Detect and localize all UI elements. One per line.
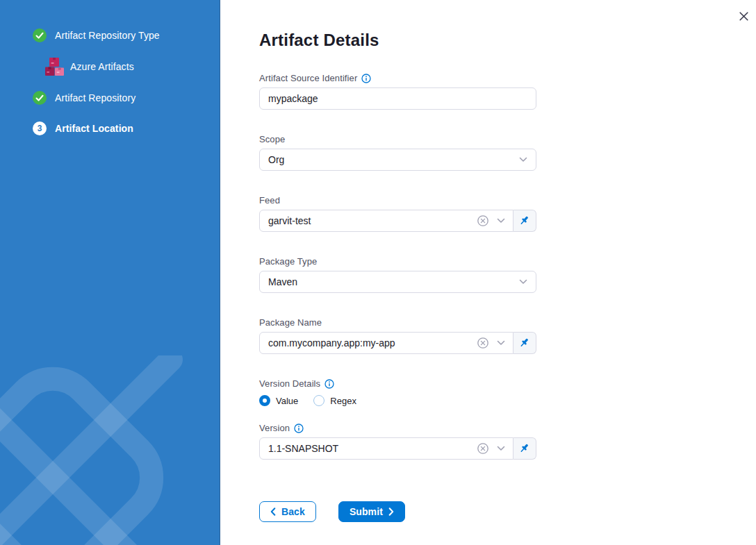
package-name-input[interactable] [260, 333, 513, 353]
field-label: Package Name [259, 317, 322, 328]
artifact-source-identifier-input[interactable] [259, 87, 536, 110]
step-azure-artifacts[interactable]: Azure Artifacts [44, 56, 220, 77]
radio-selected-icon [259, 395, 270, 406]
chevron-down-icon[interactable] [497, 446, 505, 451]
package-name-pin-button[interactable] [513, 332, 536, 354]
chevron-right-icon [388, 508, 394, 516]
clear-icon[interactable] [477, 337, 489, 349]
step-label: Artifact Location [55, 123, 133, 134]
field-label: Package Type [259, 256, 317, 267]
pushpin-icon [519, 337, 530, 349]
field-label: Feed [259, 195, 280, 206]
submit-button[interactable]: Submit [338, 501, 405, 522]
close-icon [739, 11, 749, 22]
info-icon[interactable] [324, 379, 334, 389]
radio-option-value[interactable]: Value [259, 395, 298, 406]
step-label: Artifact Repository Type [55, 30, 160, 41]
version-combobox[interactable] [259, 437, 513, 460]
wizard-step-list: Artifact Repository Type [0, 0, 220, 135]
back-button-label: Back [281, 506, 305, 517]
artifact-details-form: Artifact Source Identifier Scope [259, 73, 536, 522]
info-icon[interactable] [361, 74, 371, 83]
chevron-down-icon[interactable] [497, 218, 505, 224]
radio-unselected-icon [313, 395, 324, 406]
field-artifact-source-identifier: Artifact Source Identifier [259, 73, 536, 110]
chevron-down-icon[interactable] [497, 340, 505, 346]
package-name-combobox[interactable] [259, 332, 513, 354]
version-input[interactable] [260, 438, 513, 459]
page-title: Artifact Details [259, 31, 756, 50]
field-package-type: Package Type [259, 256, 536, 293]
info-icon[interactable] [294, 424, 304, 433]
step-number-badge: 3 [33, 121, 47, 135]
artifact-details-panel: Artifact Details Artifact Source Identif… [220, 0, 756, 545]
pushpin-icon [519, 443, 530, 454]
scope-select[interactable] [259, 149, 536, 171]
back-button[interactable]: Back [259, 501, 316, 522]
clear-icon[interactable] [477, 215, 489, 227]
chevron-left-icon [270, 508, 276, 516]
step-artifact-repository[interactable]: Artifact Repository [33, 91, 220, 105]
close-button[interactable] [734, 6, 753, 26]
submit-button-label: Submit [350, 506, 383, 517]
field-label: Scope [259, 134, 285, 144]
package-type-select-value[interactable] [259, 271, 536, 293]
azure-artifacts-icon [44, 56, 65, 77]
scope-select-value[interactable] [259, 149, 536, 171]
artifact-wizard-modal: Artifact Repository Type [0, 0, 756, 545]
field-feed: Feed [259, 195, 536, 232]
feed-pin-button[interactable] [513, 210, 536, 232]
step-artifact-repository-type[interactable]: Artifact Repository Type [33, 28, 220, 42]
step-label: Artifact Repository [55, 92, 135, 103]
version-pin-button[interactable] [513, 437, 536, 460]
feed-combobox[interactable] [259, 210, 513, 232]
field-label: Version Details [259, 378, 320, 389]
check-icon [33, 91, 47, 105]
field-package-name: Package Name [259, 317, 536, 354]
step-label: Azure Artifacts [70, 61, 134, 72]
pushpin-icon [519, 215, 530, 226]
step-artifact-location[interactable]: 3 Artifact Location [33, 121, 220, 135]
field-version: Version [259, 423, 536, 460]
radio-option-regex[interactable]: Regex [313, 395, 356, 406]
harness-logo-watermark [0, 355, 185, 545]
field-scope: Scope [259, 134, 536, 171]
wizard-footer: Back Submit [259, 501, 536, 522]
feed-input[interactable] [260, 210, 513, 231]
field-version-details: Version Details Value Regex [259, 378, 536, 406]
wizard-steps-sidebar: Artifact Repository Type [0, 0, 220, 545]
field-label: Artifact Source Identifier [259, 73, 357, 83]
clear-icon[interactable] [477, 442, 489, 455]
package-type-select[interactable] [259, 271, 536, 293]
check-icon [33, 28, 47, 42]
version-details-radio-group: Value Regex [259, 395, 536, 406]
field-label: Version [259, 423, 290, 433]
